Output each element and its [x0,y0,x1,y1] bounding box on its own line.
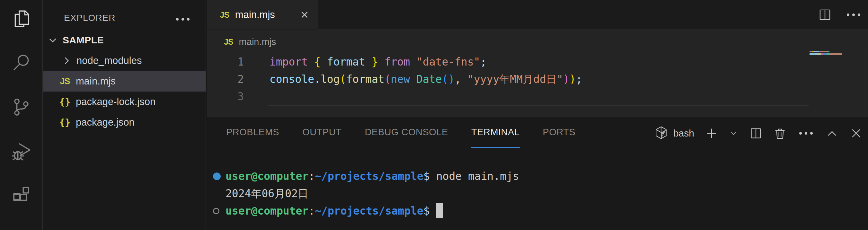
command-decoration-gutter [211,172,225,180]
kill-terminal-trash-icon[interactable] [773,127,787,140]
run-and-debug-icon [10,141,32,163]
code-lines: 1import { format } from "date-fns";2cons… [207,53,868,105]
prompt-colon: : [308,168,315,185]
file-item-package-lock.json[interactable]: {}package-lock.json [43,92,206,112]
extensions-icon [10,185,32,207]
prompt-user: user@computer [225,202,308,220]
chevron-right-icon [61,55,72,66]
activity-bar [0,0,43,230]
panel-tab-ports[interactable]: PORTS [543,117,576,148]
bash-terminal-icon: $_ [654,126,668,141]
js-file-icon: JS [224,37,233,46]
terminal-output-text: 2024年06月02日 [225,185,308,202]
code-line-2: 2console.log(format(new Date(), "yyyy年MM… [207,71,868,88]
line-number: 2 [207,71,244,88]
file-item-label: package.json [76,117,134,128]
maximize-panel-chevron-up-icon[interactable] [825,127,839,140]
line-number: 3 [207,88,244,105]
file-item-label: main.mjs [76,75,116,87]
explorer-header: EXPLORER [43,9,206,27]
panel-tabs: PROBLEMSOUTPUTDEBUG CONSOLETERMINALPORTS [226,117,575,150]
command-decoration-outline-circle[interactable] [213,208,219,214]
file-item-label: package-lock.json [76,96,155,108]
panel-tab-terminal[interactable]: TERMINAL [471,117,520,148]
prompt-dollar: $ [424,168,430,185]
panel-actions: $_ bash [654,117,863,150]
panel-tab-output[interactable]: OUTPUT [302,117,341,148]
split-editor-icon[interactable] [818,8,832,22]
prompt-path: ~/projects/sample [315,168,424,185]
code-line-1: 1import { format } from "date-fns"; [207,53,868,71]
js-file-icon: JS [220,10,229,20]
shell-label: bash [673,128,694,139]
bottom-panel: PROBLEMSOUTPUTDEBUG CONSOLETERMINALPORTS… [207,117,868,230]
terminal-line: user@computer:~/projects/sample$ node ma… [211,168,841,185]
prompt-user: user@computer [225,168,308,185]
file-item-node_modules[interactable]: node_modules [43,51,206,71]
editor-scrollbar[interactable] [865,51,865,117]
explorer-title: EXPLORER [64,13,116,23]
shell-picker[interactable]: $_ bash [654,126,694,141]
tab-label: main.mjs [235,9,275,21]
prompt-command: node main.mjs [430,168,519,185]
source-control-icon [10,96,32,119]
editor-group: JS main.mjs JS main.mjs 1import { format… [207,0,868,230]
file-tree: SAMPLE node_modulesJSmain.mjs{}package-l… [43,30,206,133]
tab-bar: JS main.mjs [207,0,868,30]
panel-more-actions-button[interactable] [797,130,815,136]
prompt-colon: : [308,202,315,220]
command-decoration-filled-circle[interactable] [213,172,221,180]
close-panel-icon[interactable] [849,127,863,140]
activity-explorer-button[interactable] [0,0,42,44]
editor-actions [818,0,862,30]
line-number: 1 [207,53,244,71]
json-file-icon: {} [58,96,72,107]
code-line-content [244,88,270,105]
file-item-main.mjs[interactable]: JSmain.mjs [43,71,206,92]
section-label: SAMPLE [63,35,104,45]
code-line-3: 3 [207,88,868,105]
tab-main-mjs[interactable]: JS main.mjs [207,0,318,30]
vscode-window: EXPLORER SAMPLE node_modulesJSmain.mjs{}… [0,0,868,230]
activity-search-button[interactable] [0,44,42,89]
folder-section-sample[interactable]: SAMPLE [43,30,206,51]
terminal-output[interactable]: user@computer:~/projects/sample$ node ma… [211,168,841,220]
activity-run-debug-button[interactable] [0,133,42,177]
breadcrumb-file[interactable]: main.mjs [239,37,276,47]
files-icon [10,8,32,30]
editor-more-actions-button[interactable] [845,11,862,18]
prompt-dollar: $ [424,202,430,220]
breadcrumb: JS main.mjs [224,33,276,50]
search-icon [10,52,32,74]
file-item-label: node_modules [76,55,142,66]
prompt-path: ~/projects/sample [315,202,424,220]
split-terminal-icon[interactable] [749,127,763,140]
minimap[interactable] [809,51,866,56]
terminal-cursor [436,203,443,218]
new-terminal-icon[interactable] [705,127,718,140]
code-editor[interactable]: JS main.mjs 1import { format } from "dat… [207,30,868,117]
activity-source-control-button[interactable] [0,89,42,133]
panel-tab-problems[interactable]: PROBLEMS [226,117,279,148]
file-item-package.json[interactable]: {}package.json [43,112,206,133]
svg-text:$_: $_ [662,133,665,137]
explorer-sidebar: EXPLORER SAMPLE node_modulesJSmain.mjs{}… [43,0,206,230]
code-line-content: console.log(format(new Date(), "yyyy年MM月… [244,71,582,88]
command-decoration-gutter [211,208,225,214]
tab-close-icon[interactable] [299,9,310,20]
panel-header: PROBLEMSOUTPUTDEBUG CONSOLETERMINALPORTS… [207,117,868,150]
terminal-picker-chevron-down-icon[interactable] [729,129,739,138]
json-file-icon: {} [58,117,72,128]
terminal-line: 2024年06月02日 [211,185,841,202]
activity-extensions-button[interactable] [0,177,42,222]
file-list: node_modulesJSmain.mjs{}package-lock.jso… [43,51,206,133]
terminal-line: user@computer:~/projects/sample$ [211,202,841,220]
code-line-content: import { format } from "date-fns"; [244,53,487,71]
panel-tab-debug-console[interactable]: DEBUG CONSOLE [365,117,448,148]
explorer-more-actions-button[interactable] [174,16,191,23]
js-file-icon: JS [58,76,72,87]
chevron-down-icon [47,35,58,45]
